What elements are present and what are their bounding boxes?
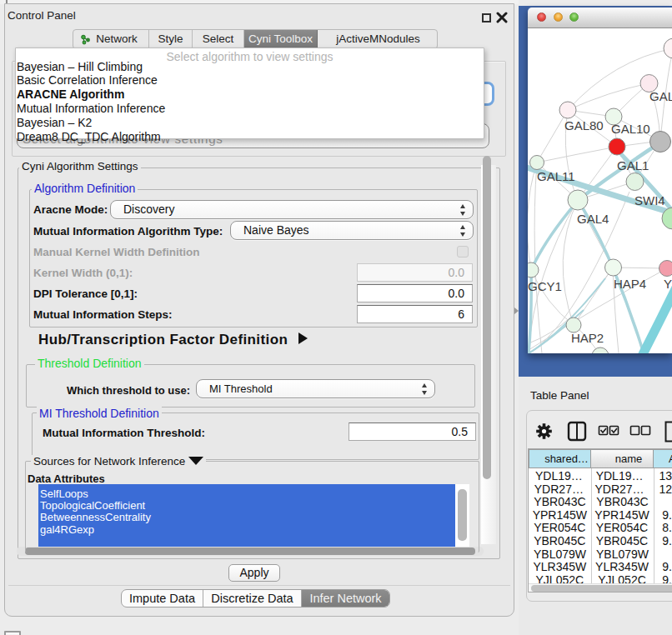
svg-text:GAL80: GAL80 [564,118,604,132]
svg-text:GAL10: GAL10 [611,122,650,136]
svg-text:HAP4: HAP4 [614,277,646,291]
svg-text:GCY1: GCY1 [528,279,562,293]
svg-text:SWI4: SWI4 [634,193,665,208]
svg-text:YE: YE [664,277,672,291]
svg-text:GAL2: GAL2 [649,89,672,103]
svg-text:HAP2: HAP2 [571,331,604,345]
svg-text:GAL1: GAL1 [617,158,649,172]
svg-text:GAL4: GAL4 [577,212,609,226]
svg-text:GAL11: GAL11 [537,169,575,183]
